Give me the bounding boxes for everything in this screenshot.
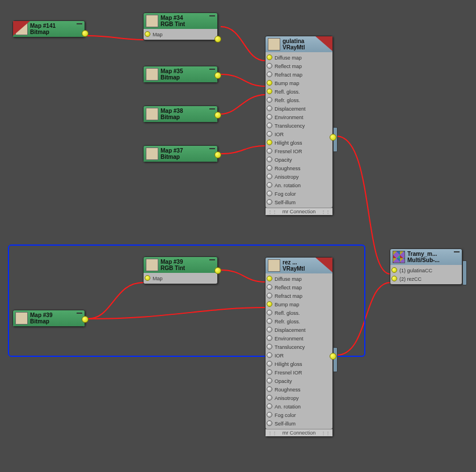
slot-refract-map[interactable]: Refract map	[266, 70, 332, 79]
input-socket[interactable]	[267, 276, 272, 281]
minimize-icon[interactable]	[454, 250, 460, 252]
input-socket[interactable]	[267, 403, 272, 409]
slot-self-illum[interactable]: Self-illum	[266, 419, 332, 428]
node-map39-bitmap[interactable]: Map #39 Bitmap	[12, 310, 85, 327]
minimize-icon[interactable]	[77, 22, 82, 24]
input-socket[interactable]	[267, 361, 272, 366]
slot-an-rotation[interactable]: An. rotation	[266, 181, 332, 189]
input-socket[interactable]	[267, 420, 272, 426]
output-socket[interactable]	[214, 151, 221, 158]
output-socket[interactable]	[214, 36, 221, 43]
slot-roughness[interactable]: Roughness	[266, 385, 332, 394]
input-socket[interactable]	[267, 88, 272, 94]
input-socket[interactable]	[267, 318, 272, 324]
slot-map[interactable]: Map	[144, 30, 217, 39]
minimize-icon[interactable]	[325, 259, 330, 261]
slot-opacity[interactable]: Opacity	[266, 377, 332, 385]
output-socket[interactable]	[82, 30, 89, 37]
slot-reflect-map[interactable]: Reflect map	[266, 62, 332, 70]
input-socket[interactable]	[267, 131, 272, 137]
node-tramy-multisub[interactable]: Tramy_m... Multi/Sub-... (1) gulatinaCC …	[390, 248, 462, 285]
slot-environment[interactable]: Environment	[266, 334, 332, 343]
input-socket[interactable]	[267, 352, 272, 358]
slot-self-illum[interactable]: Self-illum	[266, 198, 332, 206]
output-socket[interactable]	[214, 72, 221, 79]
slot-refl-gloss-[interactable]: Refl. gloss.	[266, 309, 332, 317]
input-socket[interactable]	[267, 386, 272, 392]
slot-bump-map[interactable]: Bump map	[266, 300, 332, 309]
slot-bump-map[interactable]: Bump map	[266, 79, 332, 87]
slot-refr-gloss-[interactable]: Refr. gloss.	[266, 96, 332, 104]
input-socket[interactable]	[267, 174, 272, 179]
node-map39-rgbtint[interactable]: Map #39 RGB Tint Map	[143, 256, 218, 284]
minimize-icon[interactable]	[209, 68, 215, 70]
expand-handle[interactable]	[333, 347, 338, 372]
slot-map[interactable]: Map	[144, 274, 217, 283]
slot-displacement[interactable]: Displacement	[266, 104, 332, 113]
slot-1-gulatinacc[interactable]: (1) gulatinaCC	[390, 266, 462, 275]
input-socket[interactable]	[267, 80, 272, 86]
input-socket[interactable]	[267, 71, 272, 77]
output-socket[interactable]	[214, 267, 221, 274]
input-socket[interactable]	[267, 284, 272, 290]
input-socket[interactable]	[391, 276, 397, 281]
slot-hilight-gloss[interactable]: Hilight gloss	[266, 360, 332, 368]
output-socket[interactable]	[214, 112, 221, 119]
slot-an-rotation[interactable]: An. rotation	[266, 402, 332, 411]
slot-fog-color[interactable]: Fog color	[266, 189, 332, 198]
input-socket[interactable]	[267, 140, 272, 145]
footer-mr-connection[interactable]: ⋮⋮mr Connection⋮⋮	[266, 429, 332, 436]
input-socket[interactable]	[145, 31, 150, 37]
minimize-icon[interactable]	[209, 147, 215, 149]
input-socket[interactable]	[267, 335, 272, 341]
input-socket[interactable]	[267, 395, 272, 401]
input-socket[interactable]	[267, 344, 272, 349]
node-map35-bitmap[interactable]: Map #35 Bitmap	[143, 66, 218, 83]
slot-ior[interactable]: IOR	[266, 130, 332, 138]
output-socket[interactable]	[330, 353, 336, 360]
minimize-icon[interactable]	[209, 258, 215, 260]
input-socket[interactable]	[145, 275, 150, 281]
node-rez-vraymtl[interactable]: rez ... VRayMtl Diffuse mapReflect mapRe…	[265, 257, 333, 437]
slot-diffuse-map[interactable]: Diffuse map	[266, 275, 332, 283]
node-map37-bitmap[interactable]: Map #37 Bitmap	[143, 145, 218, 162]
expand-handle[interactable]	[462, 260, 467, 285]
slot-fog-color[interactable]: Fog color	[266, 411, 332, 419]
input-socket[interactable]	[267, 310, 272, 315]
input-socket[interactable]	[267, 412, 272, 418]
input-socket[interactable]	[267, 191, 272, 196]
output-socket[interactable]	[330, 134, 336, 141]
input-socket[interactable]	[267, 148, 272, 154]
input-socket[interactable]	[267, 293, 272, 298]
minimize-icon[interactable]	[325, 37, 330, 40]
minimize-icon[interactable]	[77, 311, 82, 314]
node-graph-canvas[interactable]: Map #141 Bitmap Map #34 RGB Tint Map Map…	[0, 0, 476, 472]
slot-anisotropy[interactable]: Anisotropy	[266, 172, 332, 181]
slot-refr-gloss-[interactable]: Refr. gloss.	[266, 317, 332, 326]
input-socket[interactable]	[267, 369, 272, 375]
minimize-icon[interactable]	[209, 107, 215, 109]
slot-environment[interactable]: Environment	[266, 113, 332, 121]
slot-translucency[interactable]: Translucency	[266, 343, 332, 351]
input-socket[interactable]	[267, 301, 272, 307]
input-socket[interactable]	[267, 378, 272, 384]
input-socket[interactable]	[267, 63, 272, 69]
slot-diffuse-map[interactable]: Diffuse map	[266, 53, 332, 62]
footer-mr-connection[interactable]: ⋮⋮mr Connection⋮⋮	[266, 208, 332, 215]
slot-ior[interactable]: IOR	[266, 351, 332, 360]
node-map38-bitmap[interactable]: Map #38 Bitmap	[143, 106, 218, 123]
minimize-icon[interactable]	[209, 14, 215, 16]
input-socket[interactable]	[267, 157, 272, 162]
slot-2-rezcc[interactable]: (2) rezCC	[390, 275, 462, 283]
input-socket[interactable]	[267, 106, 272, 111]
slot-displacement[interactable]: Displacement	[266, 326, 332, 334]
slot-anisotropy[interactable]: Anisotropy	[266, 394, 332, 402]
slot-hilight-gloss[interactable]: Hilight gloss	[266, 138, 332, 147]
output-socket[interactable]	[82, 316, 89, 323]
slot-opacity[interactable]: Opacity	[266, 155, 332, 164]
slot-fresnel-ior[interactable]: Fresnel IOR	[266, 147, 332, 155]
slot-translucency[interactable]: Translucency	[266, 121, 332, 130]
node-map34-rgbtint[interactable]: Map #34 RGB Tint Map	[143, 12, 218, 40]
slot-reflect-map[interactable]: Reflect map	[266, 283, 332, 292]
input-socket[interactable]	[267, 165, 272, 171]
